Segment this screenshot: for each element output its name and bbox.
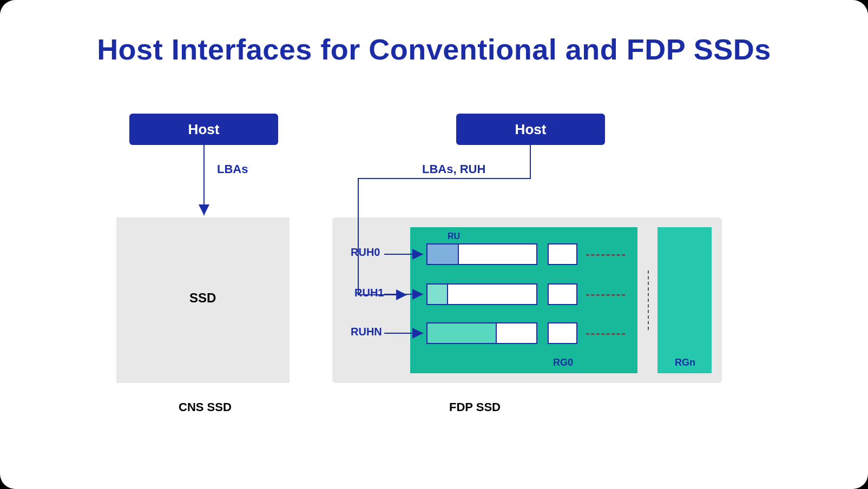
host-box-right: Host xyxy=(456,114,605,145)
ruh0-dashes xyxy=(586,254,625,256)
ru-legend: RU xyxy=(448,232,460,241)
edge-label-lbas-ruh: LBAs, RUH xyxy=(422,162,485,176)
ruhn-label: RUHN xyxy=(351,326,382,338)
ruh0-small xyxy=(548,243,577,265)
ruh1-dashes xyxy=(586,294,625,296)
host-box-left: Host xyxy=(129,114,278,145)
cns-ssd-label: SSD xyxy=(189,290,216,306)
host-label-right: Host xyxy=(515,121,547,138)
rg0-label: RG0 xyxy=(553,357,573,368)
rgn-region xyxy=(657,227,712,373)
region-gap-dash xyxy=(648,270,649,330)
ruhn-dashes xyxy=(586,333,625,335)
diagram-card: Host Interfaces for Conventional and FDP… xyxy=(0,0,868,489)
rgn-label: RGn xyxy=(675,357,695,368)
ruh1-fill xyxy=(426,283,448,305)
ruhn-small xyxy=(548,322,577,344)
ruh1-label: RUH1 xyxy=(354,287,384,299)
host-label-left: Host xyxy=(188,121,220,138)
fdp-caption: FDP SSD xyxy=(449,400,501,414)
edge-label-lbas: LBAs xyxy=(217,162,248,176)
ruhn-fill xyxy=(426,322,497,344)
ruh0-label: RUH0 xyxy=(351,246,380,259)
ruh1-small xyxy=(548,283,577,305)
cns-caption: CNS SSD xyxy=(179,400,232,414)
diagram-title: Host Interfaces for Conventional and FDP… xyxy=(0,32,868,66)
ruh0-fill xyxy=(426,243,459,265)
